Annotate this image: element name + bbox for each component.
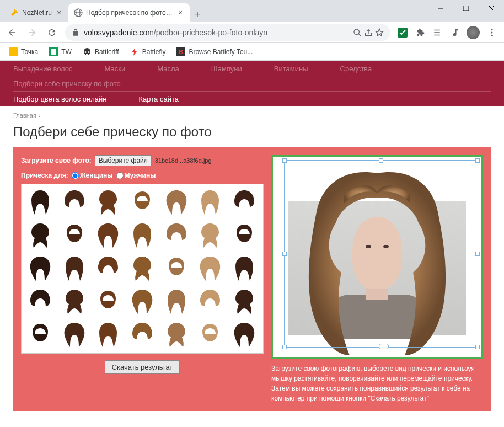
svg-point-11 xyxy=(491,31,493,33)
hairstyle-thumbnail[interactable] xyxy=(92,286,125,318)
gender-label: Прическа для: xyxy=(21,172,68,179)
bookmark-battlefly[interactable]: Battlefly xyxy=(126,45,170,58)
hairstyle-thumbnail[interactable] xyxy=(92,186,125,218)
hairstyle-thumbnail[interactable] xyxy=(24,319,57,351)
hairstyle-thumbnail[interactable] xyxy=(92,319,125,351)
hairstyle-thumbnail[interactable] xyxy=(58,253,91,285)
nav-item[interactable]: Подбери себе прическу по фото xyxy=(13,76,131,91)
search-icon[interactable] xyxy=(353,28,362,37)
svg-point-12 xyxy=(491,34,493,36)
hairstyle-thumbnail[interactable] xyxy=(160,253,193,285)
hairstyle-thumbnail[interactable] xyxy=(194,286,227,318)
hairstyle-thumbnail[interactable] xyxy=(126,186,159,218)
right-column: Загрузите свою фотографию, выберете вид … xyxy=(271,155,483,403)
hairstyle-thumbnail[interactable] xyxy=(92,220,125,252)
site-nav: Выпадение волос Маски Масла Шампуни Вита… xyxy=(13,61,491,91)
hairstyle-thumbnail[interactable] xyxy=(228,186,261,218)
extension-list-icon[interactable] xyxy=(430,25,446,40)
extension-music-icon[interactable] xyxy=(448,25,463,40)
hairstyle-thumbnail[interactable] xyxy=(24,186,57,218)
svg-text:B: B xyxy=(179,49,183,55)
hairstyle-thumbnail[interactable] xyxy=(160,319,193,351)
bookmark-battlefytou[interactable]: BBrowse Battlefy Tou... xyxy=(172,45,257,58)
svg-rect-15 xyxy=(51,49,56,55)
hairstyle-thumbnail[interactable] xyxy=(126,319,159,351)
extension-puzzle-icon[interactable] xyxy=(412,25,428,40)
hairstyle-thumbnail[interactable] xyxy=(228,220,261,252)
handle-tr[interactable] xyxy=(475,158,480,163)
hairstyle-gallery[interactable] xyxy=(21,184,264,354)
profile-avatar[interactable] xyxy=(465,25,481,40)
bookmark-tochka[interactable]: Точка xyxy=(4,45,42,58)
hairstyle-thumbnail[interactable] xyxy=(92,253,125,285)
tab-noznet[interactable]: NozNet.ru × xyxy=(4,3,68,22)
svg-line-8 xyxy=(358,34,361,36)
maximize-button[interactable] xyxy=(453,0,479,17)
menu-button[interactable] xyxy=(483,24,501,41)
hairstyle-thumbnail[interactable] xyxy=(228,253,261,285)
choose-file-button[interactable]: Выберите файл xyxy=(95,155,152,166)
globe-icon xyxy=(74,8,83,17)
minimize-button[interactable] xyxy=(428,0,453,17)
hairstyle-thumbnail[interactable] xyxy=(194,220,227,252)
new-tab-button[interactable]: + xyxy=(190,7,205,22)
radio-male[interactable] xyxy=(116,172,124,179)
hairstyle-thumbnail[interactable] xyxy=(194,319,227,351)
browser-titlebar: NozNet.ru × Подбор причесок по фото онла… xyxy=(0,0,504,22)
forward-button[interactable] xyxy=(23,24,41,41)
back-button[interactable] xyxy=(3,24,21,41)
hairstyle-thumbnail[interactable] xyxy=(58,319,91,351)
handle-br[interactable] xyxy=(475,345,480,349)
nav-item[interactable]: Выпадение волос xyxy=(13,61,83,76)
nav-item[interactable]: Шампуни xyxy=(211,61,252,76)
nav-item[interactable]: Маски xyxy=(105,61,136,76)
close-icon[interactable]: × xyxy=(176,9,184,17)
hairstyle-thumbnail[interactable] xyxy=(126,253,159,285)
hairstyle-thumbnail[interactable] xyxy=(228,286,261,318)
preview-box[interactable] xyxy=(271,155,483,359)
handle-bm[interactable] xyxy=(379,344,389,349)
hairstyle-thumbnail[interactable] xyxy=(194,186,227,218)
svg-rect-4 xyxy=(463,6,469,11)
selection-handles[interactable] xyxy=(284,160,478,348)
tab-podbor[interactable]: Подбор причесок по фото онла × xyxy=(68,3,190,22)
bookmark-battleriff[interactable]: Battleriff xyxy=(78,45,124,58)
hairstyle-thumbnail[interactable] xyxy=(126,286,159,318)
bookmark-tw[interactable]: TW xyxy=(45,45,76,58)
hairstyle-thumbnail[interactable] xyxy=(58,220,91,252)
handle-tl[interactable] xyxy=(282,158,287,163)
handle-tm[interactable] xyxy=(379,158,383,163)
hairstyle-thumbnail[interactable] xyxy=(58,186,91,218)
hairstyle-thumbnail[interactable] xyxy=(58,286,91,318)
hairstyle-thumbnail[interactable] xyxy=(160,286,193,318)
reload-button[interactable] xyxy=(43,24,61,41)
breadcrumb-home[interactable]: Главная xyxy=(13,112,36,119)
radio-female[interactable] xyxy=(72,172,79,179)
nav-item[interactable]: Средства xyxy=(340,61,382,76)
download-button[interactable]: Скачать результат xyxy=(105,360,180,374)
hairstyle-thumbnail[interactable] xyxy=(160,220,193,252)
hairstyle-thumbnail[interactable] xyxy=(160,186,193,218)
close-window-button[interactable] xyxy=(479,0,504,17)
hairstyle-thumbnail[interactable] xyxy=(228,319,261,351)
gender-row: Прическа для: Женщины Мужчины xyxy=(21,172,264,179)
extension-check-icon[interactable] xyxy=(395,25,410,40)
site-nav-2: Подбор цвета волос онлайн Карта сайта xyxy=(13,91,491,106)
hairstyle-thumbnail[interactable] xyxy=(24,253,57,285)
handle-bl[interactable] xyxy=(282,345,287,349)
hairstyle-thumbnail[interactable] xyxy=(126,220,159,252)
handle-ml[interactable] xyxy=(282,252,287,256)
hairstyle-thumbnail[interactable] xyxy=(194,253,227,285)
hairstyle-thumbnail[interactable] xyxy=(24,220,57,252)
handle-mr[interactable] xyxy=(475,252,480,256)
address-bar[interactable]: volosvypadenie.com/podbor-prichesok-po-f… xyxy=(65,24,390,41)
hairstyle-thumbnail[interactable] xyxy=(24,286,57,318)
nav-item[interactable]: Карта сайта xyxy=(139,92,189,106)
browser-toolbar: volosvypadenie.com/podbor-prichesok-po-f… xyxy=(0,22,504,43)
nav-item[interactable]: Подбор цвета волос онлайн xyxy=(13,92,117,106)
nav-item[interactable]: Витамины xyxy=(274,61,318,76)
nav-item[interactable]: Масла xyxy=(157,61,189,76)
share-icon[interactable] xyxy=(364,28,373,37)
star-icon[interactable] xyxy=(375,28,384,37)
close-icon[interactable]: × xyxy=(55,9,63,17)
